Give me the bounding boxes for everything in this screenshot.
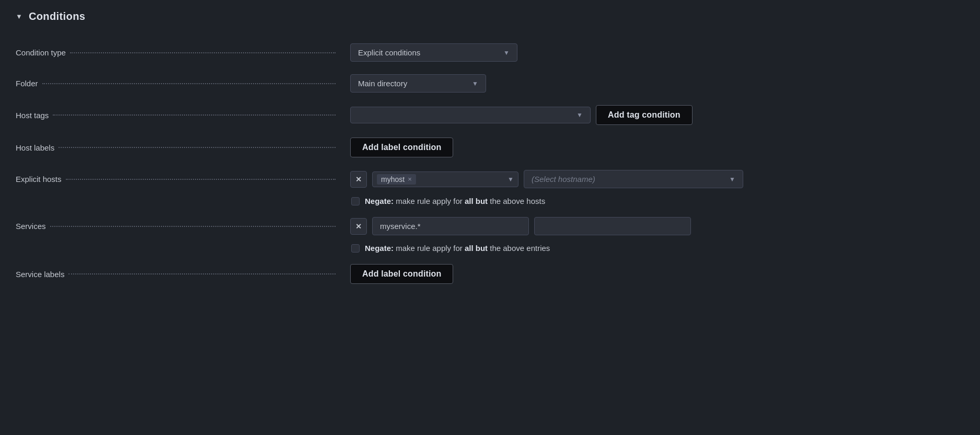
host-labels-label: Host labels xyxy=(16,143,54,152)
folder-label: Folder xyxy=(16,79,38,88)
service-labels-row: Service labels Add label condition xyxy=(16,258,964,290)
explicit-hosts-negate-text: Negate: make rule apply for all but the … xyxy=(365,197,545,205)
dotted-line xyxy=(70,52,336,53)
dotted-line xyxy=(66,179,336,180)
condition-type-value: Explicit conditions xyxy=(358,48,420,57)
services-label-container: Services xyxy=(16,222,340,231)
explicit-hosts-negate-cell: Negate: make rule apply for all but the … xyxy=(350,197,964,205)
explicit-hosts-label-container: Explicit hosts xyxy=(16,175,340,184)
myhost-tag-label: myhost xyxy=(381,175,405,184)
services-negate-desc: make rule apply for all but the above en… xyxy=(396,244,550,253)
condition-type-label-container: Condition type xyxy=(16,48,340,57)
myhost-tag-remove[interactable]: × xyxy=(408,175,412,183)
panel-header: ▼ Conditions xyxy=(16,10,964,22)
services-row: Services ✕ xyxy=(16,211,964,242)
condition-type-row: Condition type Explicit conditions ▼ xyxy=(16,37,964,68)
chevron-icon[interactable]: ▼ xyxy=(16,13,22,20)
dotted-line xyxy=(53,115,336,116)
condition-type-arrow: ▼ xyxy=(503,49,510,56)
panel-title: Conditions xyxy=(29,10,85,22)
explicit-hosts-negate-row: Negate: make rule apply for all but the … xyxy=(16,194,964,211)
services-negate-text: Negate: make rule apply for all but the … xyxy=(365,244,550,253)
explicit-hosts-control: ✕ myhost × ▼ (Select hostname) ▼ xyxy=(350,170,964,188)
explicit-hosts-negate-checkbox[interactable] xyxy=(351,197,360,205)
add-host-label-condition-button[interactable]: Add label condition xyxy=(350,138,453,157)
host-labels-control: Add label condition xyxy=(350,138,964,157)
services-negate-cell: Negate: make rule apply for all but the … xyxy=(350,244,964,253)
dotted-line xyxy=(50,226,336,227)
condition-type-label: Condition type xyxy=(16,48,66,57)
select-hostname-dropdown[interactable]: (Select hostname) ▼ xyxy=(524,170,743,188)
services-control: ✕ xyxy=(350,217,964,235)
host-tags-label-container: Host tags xyxy=(16,111,340,120)
host-tags-row: Host tags ▼ Add tag condition xyxy=(16,99,964,131)
explicit-hosts-dropdown-arrow: ▼ xyxy=(508,176,514,183)
folder-arrow: ▼ xyxy=(472,80,478,87)
select-hostname-arrow: ▼ xyxy=(729,176,735,183)
host-tags-dropdown[interactable]: ▼ xyxy=(350,107,591,123)
condition-type-control: Explicit conditions ▼ xyxy=(350,43,964,62)
folder-control: Main directory ▼ xyxy=(350,74,964,93)
conditions-panel: ▼ Conditions Condition type Explicit con… xyxy=(0,0,980,306)
explicit-hosts-negate-desc: make rule apply for all but the above ho… xyxy=(396,197,545,205)
dotted-line xyxy=(59,147,336,148)
dotted-line xyxy=(68,273,336,274)
myhost-tag: myhost × xyxy=(377,174,416,185)
condition-type-dropdown[interactable]: Explicit conditions ▼ xyxy=(350,43,517,62)
dotted-line xyxy=(42,83,336,84)
host-tags-label: Host tags xyxy=(16,111,49,120)
host-tags-arrow: ▼ xyxy=(577,111,583,119)
explicit-hosts-negate-label: Negate: xyxy=(365,197,394,205)
service-labels-label-container: Service labels xyxy=(16,270,340,279)
explicit-hosts-remove-button[interactable]: ✕ xyxy=(350,171,367,188)
service-labels-control: Add label condition xyxy=(350,264,964,284)
add-tag-condition-button[interactable]: Add tag condition xyxy=(596,105,693,125)
folder-dropdown[interactable]: Main directory ▼ xyxy=(350,74,486,93)
explicit-hosts-tag-select[interactable]: myhost × ▼ xyxy=(372,171,518,187)
conditions-form: Condition type Explicit conditions ▼ xyxy=(16,37,964,290)
explicit-hosts-label: Explicit hosts xyxy=(16,175,62,184)
services-label: Services xyxy=(16,222,46,231)
folder-label-container: Folder xyxy=(16,79,340,88)
services-remove-button[interactable]: ✕ xyxy=(350,218,367,235)
host-labels-row: Host labels Add label condition xyxy=(16,131,964,164)
services-negate-checkbox[interactable] xyxy=(351,244,360,253)
host-tags-control: ▼ Add tag condition xyxy=(350,105,964,125)
add-service-label-condition-button[interactable]: Add label condition xyxy=(350,264,453,284)
host-labels-label-container: Host labels xyxy=(16,143,340,152)
select-hostname-placeholder: (Select hostname) xyxy=(532,175,595,184)
services-input[interactable] xyxy=(372,217,529,235)
explicit-hosts-row: Explicit hosts ✕ myhost × ▼ xyxy=(16,164,964,194)
services-input-2[interactable] xyxy=(534,217,691,235)
services-negate-row: Negate: make rule apply for all but the … xyxy=(16,242,964,258)
folder-value: Main directory xyxy=(358,79,407,88)
services-negate-label: Negate: xyxy=(365,244,394,253)
folder-row: Folder Main directory ▼ xyxy=(16,68,964,99)
service-labels-label: Service labels xyxy=(16,270,64,279)
